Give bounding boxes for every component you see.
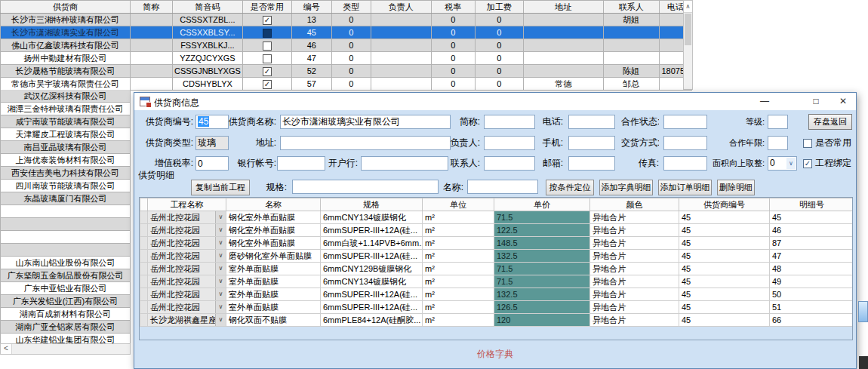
column-header[interactable]: 编号 [291,1,331,14]
combo-arrow-icon[interactable]: ∨ [215,250,226,262]
combo-arrow-icon[interactable]: ∨ [215,314,226,326]
detail-column-header[interactable]: 工程名称 [148,198,226,211]
supplier-list-item[interactable]: 山东南山铝业股份有限公司 [1,257,131,269]
save-return-button[interactable]: 存盘返回 [808,114,852,130]
dialog-titlebar[interactable]: 供货商信息 — □ ✕ [134,93,856,110]
delete-detail-button[interactable]: 删除明细 [717,180,755,195]
maximize-button[interactable]: □ [803,93,829,110]
supplier-row[interactable]: 长沙市三湘特种玻璃有限公司CSSSXTZBL...✓13000胡姐 [1,14,692,26]
horizontal-scrollbar[interactable]: < [0,343,131,355]
area-round-combobox[interactable]: 0∨ [768,156,797,171]
column-header[interactable]: 负责人 [371,1,431,14]
supplier-list-item[interactable]: 咸宁南玻节能玻璃有限公司 [1,115,131,128]
common-flag-cell[interactable] [242,52,291,65]
combo-arrow-icon[interactable]: ∨ [215,224,226,236]
supplier-list-item[interactable]: 天津耀皮工程玻璃有限公司 [1,128,131,141]
supplier-list-item[interactable]: 上海优泰装饰材料有限公司 [1,154,131,167]
detail-column-header[interactable]: 颜色 [590,198,679,211]
project-bind-checkbox[interactable]: ✓工程绑定 [803,156,851,171]
detail-row[interactable]: 岳州北控花园∨钢化室外单面贴膜6mm白玻+1.14PVB+6mm...m²148… [140,237,854,250]
combo-arrow-icon[interactable]: ∨ [215,288,226,300]
bank-no-input[interactable] [277,156,325,171]
column-header[interactable]: 类型 [331,1,371,14]
detail-column-header[interactable]: 明细号 [770,198,854,211]
supplier-list-item[interactable]: 湖南广亚全铝家居有限公司 [1,321,131,334]
close-button[interactable]: ✕ [830,93,856,110]
column-header[interactable]: 加工费 [475,1,523,14]
detail-column-header[interactable]: 单位 [423,198,494,211]
supplier-list-item[interactable]: 广东坚朗五金制品股份有限公司 [1,269,131,282]
grade-input[interactable] [768,115,788,129]
detail-row[interactable]: 岳州北控花园∨钢化室外单面贴膜6mmCNY134镀膜钢化m²71.5异地合片45… [140,211,854,224]
add-order-detail-button[interactable]: 添加订单明细 [658,180,712,195]
column-header[interactable]: 简称 [131,1,173,14]
email-input[interactable] [568,156,615,171]
copy-current-project-button[interactable]: 复制当前工程 [191,180,250,195]
add-dict-detail-button[interactable]: 添加字典明细 [599,180,653,195]
minimize-button[interactable]: — [752,93,777,110]
detail-row[interactable]: 岳州北控花园∨钢化室外单面贴膜6mmSUPER-III+12A(硅...m²12… [140,224,854,237]
supplier-name-input[interactable] [280,115,451,129]
locate-by-condition-button[interactable]: 按条件定位 [546,180,594,195]
column-header[interactable]: 简音码 [173,1,243,14]
common-flag-cell[interactable]: ✓ [242,78,291,91]
project-cell[interactable]: 岳州北控花园∨ [148,237,226,250]
scroll-left-icon[interactable]: < [1,344,12,354]
mobile-input[interactable] [568,136,615,150]
project-cell[interactable]: 岳州北控花园∨ [148,301,226,314]
supplier-row[interactable]: 长沙市潇湘玻璃实业有限公司CSSXXBLSY...45000 [1,26,692,39]
fax-input[interactable] [663,156,707,171]
detail-row[interactable]: 岳州北控花园∨室外单面贴膜6mmSUPER-III+12A(硅...m²126.… [140,301,854,314]
delivery-input[interactable] [663,136,707,150]
combo-arrow-icon[interactable]: ∨ [215,263,226,275]
project-cell[interactable]: 岳州北控花园∨ [148,211,226,224]
supplier-list-item[interactable]: 山东华建铝业集团有限公司 [1,334,131,343]
spec-filter-input[interactable] [292,180,439,194]
detail-column-header[interactable] [140,198,148,211]
column-header[interactable]: 联系人 [603,1,659,14]
coop-years-input[interactable] [768,136,788,150]
project-cell[interactable]: 岳州北控花园∨ [148,275,226,288]
combo-arrow-icon[interactable]: ∨ [215,275,226,288]
supplier-list-item[interactable]: 湖南百成新材料有限公司 [1,308,131,321]
supplier-row[interactable]: 长沙晟格节能玻璃有限公司CSSGJNBLYXGS✓52000陈姐180751 [1,65,692,78]
detail-column-header[interactable]: 名称 [226,198,321,211]
supplier-list-item[interactable]: 南昌亚晶玻璃有限公司 [1,141,131,154]
supplier-list-item[interactable]: 东晶玻璃厦门有限公司 [1,192,131,205]
phone-input[interactable] [568,115,615,129]
column-header[interactable]: 税率 [431,1,475,14]
detail-column-header[interactable]: 供货商编号 [679,198,770,211]
name-filter-input[interactable] [467,180,538,194]
detail-row[interactable]: 岳州北控花园∨室外单面贴膜6mmCNY134镀膜钢化m²71.5异地合片4549 [140,275,854,288]
supplier-list-item[interactable]: 湘潭三金特种玻璃有限责任公司 [1,103,131,115]
supplier-row[interactable]: 佛山市亿鑫玻璃科技有限公司FSSYXBLKJ...46000 [1,39,692,52]
detail-column-header[interactable]: 规格 [321,198,423,211]
chevron-down-icon[interactable]: ∨ [786,158,796,169]
project-cell[interactable]: 岳州北控花园∨ [148,263,226,275]
combo-arrow-icon[interactable]: ∨ [215,237,226,249]
supplier-list-item[interactable]: 广东中亚铝业有限公司 [1,282,131,295]
column-header[interactable]: 供货商 [1,1,131,14]
coop-status-input[interactable] [663,115,707,129]
project-cell[interactable]: 岳州北控花园∨ [148,288,226,301]
detail-row[interactable]: 岳州北控花园∨室外单面贴膜6mmSUPER-III+12A(硅...m²132.… [140,288,854,301]
scroll-up-icon[interactable]: ∧ [684,1,692,13]
supplier-list-item[interactable]: 广东兴发铝业(江西)有限公司 [1,295,131,308]
column-header[interactable]: 地址 [523,1,603,14]
common-flag-cell[interactable]: ✓ [242,14,291,26]
scrollbar-thumb[interactable] [685,14,691,45]
address-input[interactable] [280,136,451,150]
project-cell[interactable]: 岳州北控花园∨ [148,250,226,263]
combo-arrow-icon[interactable]: ∨ [215,301,226,313]
common-flag-cell[interactable]: ✓ [242,65,291,78]
project-cell[interactable]: 岳州北控花园∨ [148,224,226,237]
common-checkbox[interactable]: 是否常用 [803,136,851,150]
vertical-scrollbar[interactable]: ∧ [683,0,693,90]
supplier-list-item[interactable]: 武汉亿深科技有限公司 [1,90,131,103]
common-flag-cell[interactable] [242,26,291,39]
detail-row[interactable]: 长沙龙湖祺鑫星座∨钢化双面不贴膜6mmPLE84+12A(硅酮胶...m²120… [140,314,854,327]
common-flag-cell[interactable] [242,39,291,52]
detail-row[interactable]: 岳州北控花园∨室外单面贴膜6mmCNY129B镀膜钢化m²71.5异地合片454… [140,263,854,275]
detail-row[interactable]: 岳州北控花园∨磨砂钢化室外单面贴膜6mmSUPER-III+12A(硅...m²… [140,250,854,263]
supplier-row[interactable]: 常德市昊宇玻璃有限责任公司CDSHYBLYX✓57000常德邹总 [1,78,692,91]
